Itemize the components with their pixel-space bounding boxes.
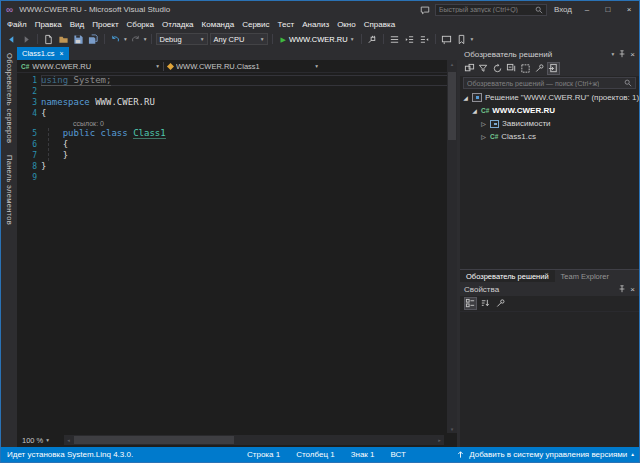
scroll-up-icon[interactable]: ▴: [447, 60, 457, 68]
tool-tab-server-explorer[interactable]: Обозреватель серверов: [5, 53, 14, 143]
pin-icon[interactable]: [618, 285, 626, 293]
code-line[interactable]: 4{: [17, 108, 457, 119]
filter-icon[interactable]: [477, 62, 490, 75]
tab-class1-cs[interactable]: Class1.cs ×: [17, 47, 69, 60]
line-number: 5: [17, 128, 41, 139]
code-line[interactable]: 6 {: [17, 139, 457, 150]
menu-item-6[interactable]: Команда: [198, 18, 239, 31]
menu-item-1[interactable]: Правка: [31, 18, 66, 31]
code-line[interactable]: 9: [17, 172, 457, 183]
sync-with-active-document-icon[interactable]: [547, 62, 560, 75]
code-line[interactable]: 8}: [17, 161, 457, 172]
navigate-backward-icon[interactable]: [5, 33, 18, 46]
save-all-icon[interactable]: [87, 33, 100, 46]
bookmark-icon[interactable]: [455, 33, 468, 46]
close-icon[interactable]: ×: [60, 50, 64, 57]
close-button[interactable]: ×: [621, 1, 637, 18]
search-input[interactable]: Обозреватель решений — поиск (Ctrl+ж): [463, 77, 636, 89]
maximize-button[interactable]: □: [600, 1, 616, 18]
expander-icon[interactable]: ◢: [462, 94, 469, 101]
codelens-text[interactable]: ссылок: 0: [41, 119, 457, 128]
menu-item-4[interactable]: Сборка: [123, 18, 158, 31]
close-icon[interactable]: ×: [630, 50, 635, 59]
solution-configuration-dropdown[interactable]: Debug ▾: [156, 33, 208, 45]
tree-item-dependencies[interactable]: ▷Зависимости: [460, 117, 639, 130]
indent-icon[interactable]: [403, 33, 416, 46]
comment-icon[interactable]: [440, 33, 453, 46]
window-menu-icon[interactable]: ▾: [612, 52, 615, 57]
title-bar: ∞ WWW.CWER.RU - Microsoft Visual Studio …: [1, 1, 639, 18]
refresh-icon[interactable]: [491, 62, 504, 75]
attach-icon[interactable]: [366, 33, 379, 46]
menu-item-9[interactable]: Анализ: [298, 18, 333, 31]
menu-item-11[interactable]: Справка: [360, 18, 399, 31]
minimize-button[interactable]: –: [579, 1, 595, 18]
code-line[interactable]: 7 }: [17, 150, 457, 161]
solution-explorer-header[interactable]: Обозреватель решений ▾ ×: [460, 47, 639, 61]
scroll-left-icon[interactable]: ◂: [64, 435, 73, 445]
csfile-icon: C#: [490, 133, 498, 140]
new-file-icon[interactable]: [42, 33, 55, 46]
start-debugging-button[interactable]: ▶ WWW.CWER.RU ▾: [277, 33, 358, 45]
zoom-dropdown[interactable]: 100 % ▾: [17, 436, 61, 445]
toolbar-overflow-icon[interactable]: ▾: [470, 37, 473, 42]
code-line[interactable]: 3namespace WWW.CWER.RU: [17, 97, 457, 108]
expander-icon[interactable]: ▷: [480, 120, 487, 127]
source-control-button[interactable]: Добавить в систему управления версиями ▴: [456, 450, 634, 459]
redo-dropdown-icon[interactable]: ▾: [144, 37, 147, 42]
menu-item-5[interactable]: Отладка: [158, 18, 198, 31]
code-text: public class Class1: [41, 128, 457, 139]
properties-header[interactable]: Свойства ×: [460, 282, 639, 296]
scroll-right-icon[interactable]: ▸: [435, 435, 444, 445]
sign-in-link[interactable]: Вход: [552, 5, 574, 14]
menu-item-7[interactable]: Сервис: [238, 18, 273, 31]
menu-item-10[interactable]: Окно: [333, 18, 360, 31]
source-control-label: Добавить в систему управления версиями: [469, 450, 627, 459]
code-editor[interactable]: 1using System;23namespace WWW.CWER.RU4{с…: [17, 73, 457, 433]
show-all-files-icon[interactable]: [519, 62, 532, 75]
feedback-icon[interactable]: [420, 5, 430, 15]
quick-launch-search[interactable]: Быстрый запуск (Ctrl+Q): [435, 4, 547, 16]
undo-dropdown-icon[interactable]: ▾: [124, 37, 127, 42]
solution-platform-dropdown[interactable]: Any CPU ▾: [210, 33, 268, 45]
navigate-forward-icon[interactable]: [20, 33, 33, 46]
tree-item-solution[interactable]: ◢Решение "WWW.CWER.RU" (проектов: 1): [460, 91, 639, 104]
scroll-down-icon[interactable]: ▾: [447, 425, 457, 433]
status-column: Столбец 1: [296, 450, 335, 459]
categorized-icon[interactable]: [464, 297, 477, 310]
type-dropdown[interactable]: WWW.CWER.RU.Class1 ▾: [164, 60, 322, 72]
expander-icon[interactable]: ▷: [480, 133, 487, 140]
codelens-row[interactable]: ссылок: 0: [17, 119, 457, 128]
close-icon[interactable]: ×: [630, 285, 635, 294]
alphabetical-sort-icon[interactable]: [479, 297, 492, 310]
redo-icon[interactable]: [129, 33, 142, 46]
save-icon[interactable]: [72, 33, 85, 46]
tree-item-class1-file[interactable]: ▷C#Class1.cs: [460, 130, 639, 143]
horizontal-scrollbar-thumb[interactable]: [74, 436, 234, 444]
horizontal-scrollbar[interactable]: ◂ ▸: [64, 435, 444, 445]
outdent-icon[interactable]: [418, 33, 431, 46]
menu-item-0[interactable]: Файл: [3, 18, 31, 31]
tab-team-explorer[interactable]: Team Explorer: [555, 270, 615, 282]
tab-solution-explorer[interactable]: Обозреватель решений: [460, 270, 555, 282]
list-icon[interactable]: [388, 33, 401, 46]
pin-icon[interactable]: [618, 50, 626, 58]
collapse-all-icon[interactable]: [505, 62, 518, 75]
tree-item-project[interactable]: ◢C#WWW.CWER.RU: [460, 104, 639, 117]
menu-item-3[interactable]: Проект: [88, 18, 122, 31]
properties-icon[interactable]: [533, 62, 546, 75]
project-dropdown[interactable]: C# WWW.CWER.RU ▾: [17, 60, 163, 72]
vertical-scrollbar-thumb[interactable]: [448, 72, 456, 140]
switch-views-icon[interactable]: [463, 62, 476, 75]
code-line[interactable]: 2: [17, 86, 457, 97]
undo-icon[interactable]: [109, 33, 122, 46]
open-file-icon[interactable]: [57, 33, 70, 46]
menu-item-2[interactable]: Вид: [66, 18, 88, 31]
property-pages-icon[interactable]: [494, 297, 507, 310]
tool-tab-toolbox[interactable]: Панель элементов: [5, 155, 14, 225]
vertical-scrollbar[interactable]: ▴ ▾: [447, 60, 457, 433]
menu-item-8[interactable]: Тест: [274, 18, 299, 31]
expander-icon[interactable]: ◢: [471, 107, 478, 114]
code-line[interactable]: 5 public class Class1: [17, 128, 457, 139]
code-line[interactable]: 1using System;: [17, 75, 457, 86]
